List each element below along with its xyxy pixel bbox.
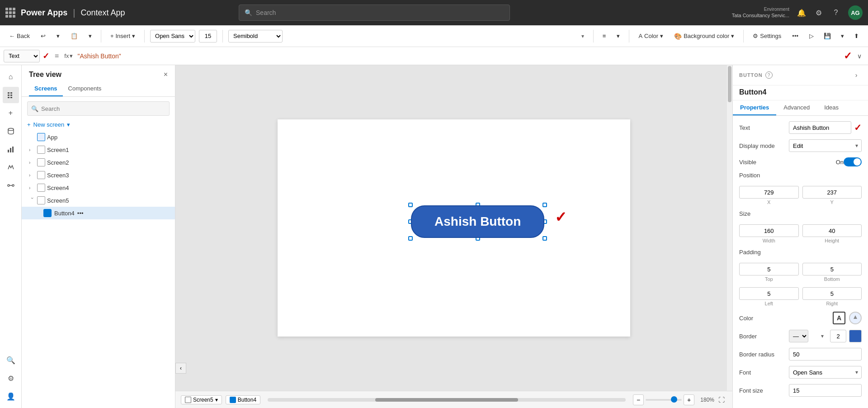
font-weight-select[interactable]: Semibold: [228, 30, 283, 43]
horizontal-scrollbar[interactable]: [268, 398, 626, 402]
font-family-select[interactable]: Open Sans: [150, 30, 195, 43]
fill-color-swatch[interactable]: [849, 312, 862, 324]
tree-item-screen4[interactable]: › Screen4: [22, 181, 175, 194]
scroll-left-arrow[interactable]: ‹: [175, 363, 186, 374]
home-icon[interactable]: ⌂: [3, 69, 19, 85]
horizontal-scrollbar-thumb[interactable]: [375, 398, 519, 402]
scrollbar-vertical[interactable]: [727, 65, 732, 391]
tree-item-app[interactable]: App: [22, 131, 175, 143]
preview-button[interactable]: ▷: [806, 31, 817, 41]
user-icon-sidebar[interactable]: 👤: [3, 388, 19, 404]
text-align-dropdown[interactable]: ▾: [613, 31, 623, 41]
tab-advanced[interactable]: Advanced: [776, 100, 817, 115]
formula-checkmark[interactable]: ✓: [42, 51, 49, 61]
search-input[interactable]: [256, 9, 504, 16]
clipboard-button[interactable]: 📋: [67, 31, 81, 41]
tree-item-button4[interactable]: Button4 •••: [22, 207, 175, 219]
prop-pad-top-input[interactable]: [739, 263, 799, 275]
border-width-input[interactable]: [830, 330, 846, 342]
search-bar[interactable]: 🔍: [239, 5, 510, 21]
insert-button[interactable]: + Insert ▾: [107, 31, 139, 41]
toolbar-divider-2: [144, 30, 145, 43]
undo-dropdown-button[interactable]: ▾: [53, 31, 63, 41]
tree-view-icon[interactable]: [3, 87, 19, 103]
canvas-scroll[interactable]: Ashish Button ✓ ‹: [175, 65, 732, 391]
settings-button[interactable]: ⚙ Settings: [749, 31, 785, 41]
data-icon[interactable]: [3, 123, 19, 139]
tree-close-button[interactable]: ×: [164, 71, 168, 79]
analytics-icon[interactable]: [3, 141, 19, 157]
tab-properties[interactable]: Properties: [733, 100, 776, 115]
text-align-button[interactable]: ≡: [599, 31, 610, 41]
tree-item-screen5[interactable]: › Screen5: [22, 194, 175, 207]
variables-icon[interactable]: [3, 159, 19, 176]
handle-top-right[interactable]: [542, 203, 547, 207]
formula-fx-button[interactable]: fx ▾: [64, 52, 73, 59]
apps-grid-icon[interactable]: [5, 8, 15, 18]
more-options-button[interactable]: •••: [788, 31, 802, 41]
save-button[interactable]: 💾: [820, 31, 835, 41]
zoom-out-button[interactable]: −: [633, 394, 644, 405]
search-icon-sidebar[interactable]: 🔍: [3, 352, 19, 368]
scrollbar-thumb[interactable]: [728, 66, 731, 102]
fullscreen-button[interactable]: ⛶: [716, 394, 727, 405]
new-screen-button[interactable]: + New screen ▾: [22, 119, 175, 131]
zoom-in-button[interactable]: +: [684, 394, 694, 405]
handle-bottom-right[interactable]: [542, 236, 547, 241]
prop-height-input[interactable]: [802, 224, 862, 237]
bg-color-button[interactable]: 🎨 Background color ▾: [670, 31, 738, 42]
prop-font-select[interactable]: Open Sans: [789, 366, 862, 379]
color-button[interactable]: A Color ▾: [635, 31, 667, 41]
settings-icon[interactable]: ⚙: [814, 8, 824, 18]
connectors-icon[interactable]: [3, 177, 19, 194]
handle-top-left[interactable]: [408, 203, 413, 207]
property-selector[interactable]: Text: [4, 50, 40, 62]
screen5-badge[interactable]: Screen5 ▾: [181, 395, 222, 404]
insert-icon[interactable]: +: [3, 105, 19, 121]
prop-text-input[interactable]: [789, 121, 851, 134]
ashish-button[interactable]: Ashish Button: [411, 205, 544, 238]
save-dropdown[interactable]: ▾: [837, 31, 848, 41]
border-color-swatch[interactable]: [849, 330, 862, 342]
user-avatar[interactable]: AG: [848, 5, 863, 20]
tree-search-input[interactable]: [41, 105, 165, 112]
prop-pad-right-input[interactable]: [802, 287, 862, 300]
visible-toggle[interactable]: [844, 157, 862, 166]
handle-bottom-left[interactable]: [408, 236, 413, 241]
tree-search-bar[interactable]: 🔍: [27, 101, 170, 116]
prop-border-radius-input[interactable]: [789, 348, 862, 361]
tree-item-screen1[interactable]: › Screen1: [22, 143, 175, 156]
toolbar-divider-5: [629, 30, 629, 43]
border-style-select[interactable]: —: [789, 330, 808, 342]
button4-more-icon[interactable]: •••: [77, 210, 84, 217]
prop-pad-left-input[interactable]: [739, 287, 799, 300]
tree-item-screen3[interactable]: › Screen3: [22, 169, 175, 181]
clipboard-dropdown-button[interactable]: ▾: [85, 31, 95, 41]
prop-pos-y-input[interactable]: [802, 186, 862, 199]
font-size-input[interactable]: [199, 30, 217, 43]
settings-icon-sidebar[interactable]: ⚙: [3, 370, 19, 386]
back-button[interactable]: ← Back: [5, 31, 33, 41]
publish-button[interactable]: ⬆: [850, 31, 863, 41]
button4-badge[interactable]: Button4: [226, 395, 260, 404]
prop-display-mode-select[interactable]: Edit: [789, 139, 862, 152]
help-icon[interactable]: ?: [831, 8, 841, 18]
tab-ideas[interactable]: Ideas: [817, 100, 846, 115]
zoom-slider-thumb[interactable]: [671, 396, 677, 403]
notification-icon[interactable]: 🔔: [797, 8, 807, 18]
formula-input[interactable]: [75, 50, 841, 62]
prop-width-input[interactable]: [739, 224, 799, 237]
tree-item-screen2[interactable]: › Screen2: [22, 156, 175, 169]
zoom-slider[interactable]: [646, 399, 682, 401]
text-color-swatch[interactable]: A: [833, 312, 845, 324]
formula-expand-button[interactable]: ∨: [854, 52, 864, 60]
panel-expand-button[interactable]: ›: [851, 70, 862, 81]
formula-confirm-checkmark[interactable]: ✓: [844, 50, 852, 62]
tab-components[interactable]: Components: [63, 82, 107, 96]
help-button[interactable]: ?: [765, 71, 773, 79]
undo-button[interactable]: ↩: [37, 31, 49, 41]
prop-pad-bottom-input[interactable]: [802, 263, 862, 275]
prop-pos-x-input[interactable]: [739, 186, 799, 199]
tab-screens[interactable]: Screens: [29, 82, 63, 96]
prop-font-size-input[interactable]: [789, 384, 862, 397]
